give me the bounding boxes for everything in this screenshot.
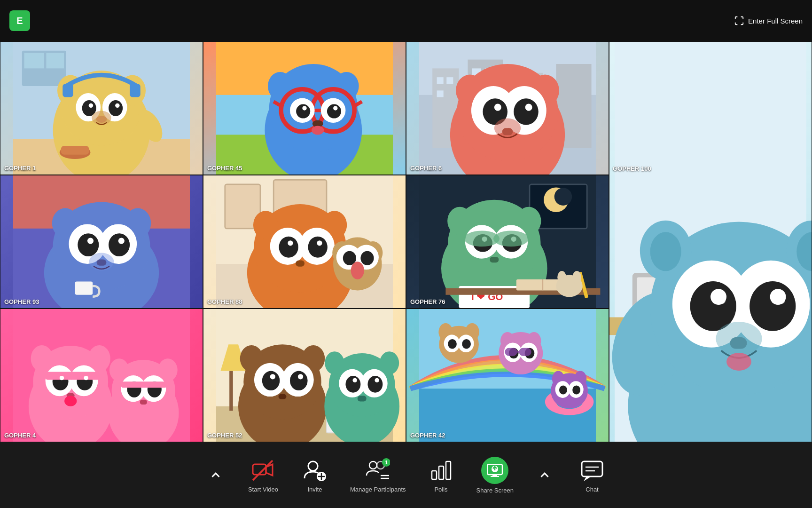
svg-point-146 bbox=[60, 376, 64, 380]
cell-label-gopher76: GOPHER 76 bbox=[410, 298, 445, 305]
cell-label-gopher1: GOPHER 1 bbox=[4, 165, 36, 172]
share-screen-group: Share Screen bbox=[476, 457, 514, 494]
svg-rect-190 bbox=[358, 396, 367, 401]
svg-point-15 bbox=[89, 103, 93, 108]
svg-rect-208 bbox=[519, 348, 531, 356]
svg-point-77 bbox=[109, 233, 130, 256]
svg-rect-159 bbox=[142, 381, 167, 388]
svg-point-172 bbox=[290, 371, 308, 390]
svg-point-198 bbox=[448, 339, 457, 349]
video-cell-gopher93: GOPHER 93 bbox=[0, 175, 203, 309]
polls-button[interactable]: Polls bbox=[425, 458, 458, 493]
video-cell-gopher45: GO GOPHER 45 bbox=[203, 41, 406, 175]
svg-point-217 bbox=[559, 386, 567, 395]
svg-rect-144 bbox=[46, 372, 74, 380]
svg-point-64 bbox=[494, 104, 501, 111]
svg-point-16 bbox=[115, 103, 119, 108]
start-video-button[interactable]: Start Video bbox=[247, 458, 280, 493]
svg-point-149 bbox=[64, 396, 77, 406]
cell-label-gopher93: GOPHER 93 bbox=[4, 298, 39, 305]
svg-point-121 bbox=[493, 231, 529, 247]
svg-rect-160 bbox=[140, 400, 147, 405]
svg-point-183 bbox=[380, 351, 399, 374]
video-grid: GOPHER 1 GO bbox=[0, 41, 812, 442]
svg-rect-3 bbox=[47, 53, 64, 69]
svg-point-76 bbox=[78, 233, 99, 256]
svg-rect-158 bbox=[121, 381, 146, 388]
svg-point-39 bbox=[296, 104, 310, 119]
svg-point-131 bbox=[572, 271, 581, 283]
svg-rect-82 bbox=[75, 282, 93, 295]
svg-line-256 bbox=[253, 460, 273, 480]
svg-point-94 bbox=[308, 237, 328, 258]
svg-rect-207 bbox=[505, 348, 517, 356]
svg-point-95 bbox=[288, 240, 293, 246]
video-cell-gopher76: I ❤ GO GOPHER 76 bbox=[406, 175, 609, 309]
svg-point-257 bbox=[308, 461, 318, 471]
svg-rect-10 bbox=[130, 84, 141, 97]
svg-point-147 bbox=[84, 376, 88, 380]
svg-point-199 bbox=[462, 339, 471, 349]
svg-point-41 bbox=[302, 106, 306, 110]
svg-point-93 bbox=[279, 237, 298, 258]
svg-point-189 bbox=[375, 378, 379, 382]
svg-rect-267 bbox=[432, 471, 437, 479]
svg-point-112 bbox=[447, 207, 472, 235]
svg-rect-52 bbox=[446, 77, 453, 84]
cell-label-gopher52: GOPHER 52 bbox=[207, 432, 242, 439]
svg-point-261 bbox=[369, 461, 377, 469]
invite-button[interactable]: Invite bbox=[298, 458, 331, 493]
cell-label-gopher45: GOPHER 45 bbox=[207, 165, 242, 172]
svg-point-63 bbox=[514, 98, 539, 125]
chat-button[interactable]: Chat bbox=[576, 458, 609, 493]
video-cell-gopher1: GOPHER 1 bbox=[0, 41, 203, 175]
svg-point-96 bbox=[317, 240, 322, 246]
svg-point-105 bbox=[351, 262, 364, 279]
svg-point-42 bbox=[333, 106, 337, 110]
svg-point-249 bbox=[718, 297, 726, 304]
svg-point-130 bbox=[557, 271, 566, 283]
svg-rect-9 bbox=[62, 84, 73, 97]
svg-point-40 bbox=[327, 104, 341, 119]
share-screen-button[interactable]: Share Screen bbox=[476, 457, 514, 494]
svg-point-78 bbox=[87, 238, 94, 244]
svg-point-186 bbox=[345, 376, 360, 393]
svg-rect-269 bbox=[446, 461, 451, 479]
svg-rect-272 bbox=[491, 476, 499, 477]
svg-point-104 bbox=[360, 251, 374, 265]
video-cell-speaker bbox=[609, 41, 812, 442]
cell-label-gopher42: GOPHER 42 bbox=[410, 432, 445, 439]
svg-point-253 bbox=[726, 353, 751, 371]
video-cell-gopher4: GOPHER 4 bbox=[0, 309, 203, 442]
video-cell-gopher42: GOPHER 42 bbox=[406, 309, 609, 442]
svg-rect-53 bbox=[437, 90, 444, 97]
share-screen-chevron-button[interactable] bbox=[532, 463, 557, 487]
svg-point-187 bbox=[367, 376, 383, 393]
svg-point-218 bbox=[572, 386, 580, 395]
svg-point-14 bbox=[109, 100, 123, 116]
svg-point-188 bbox=[352, 378, 357, 382]
top-bar: E Enter Full Screen bbox=[0, 0, 812, 41]
svg-point-241 bbox=[650, 232, 681, 271]
svg-rect-51 bbox=[437, 77, 444, 84]
svg-rect-122 bbox=[490, 257, 499, 262]
video-cell-gopher88: GOPHER 88 bbox=[203, 175, 406, 309]
svg-rect-2 bbox=[24, 53, 44, 69]
audio-chevron-button[interactable] bbox=[203, 463, 228, 487]
svg-rect-275 bbox=[582, 461, 602, 476]
svg-point-18 bbox=[92, 111, 111, 125]
svg-rect-21 bbox=[61, 146, 89, 155]
fullscreen-button[interactable]: Enter Full Screen bbox=[734, 16, 803, 26]
svg-point-174 bbox=[298, 374, 303, 379]
svg-rect-175 bbox=[279, 394, 287, 399]
video-cell-gopher52: GOPHER 52 bbox=[203, 309, 406, 442]
cell-label-gopher6: GOPHER 6 bbox=[410, 165, 442, 172]
svg-rect-163 bbox=[229, 371, 233, 411]
svg-point-81 bbox=[89, 253, 114, 271]
manage-participants-button[interactable]: 1 Manage Participants bbox=[350, 458, 406, 493]
cell-label-gopher88: GOPHER 88 bbox=[207, 298, 242, 305]
svg-point-246 bbox=[750, 281, 796, 331]
svg-rect-268 bbox=[439, 466, 444, 479]
toolbar: Start Video Invite bbox=[0, 442, 812, 508]
app-logo: E bbox=[9, 10, 30, 31]
